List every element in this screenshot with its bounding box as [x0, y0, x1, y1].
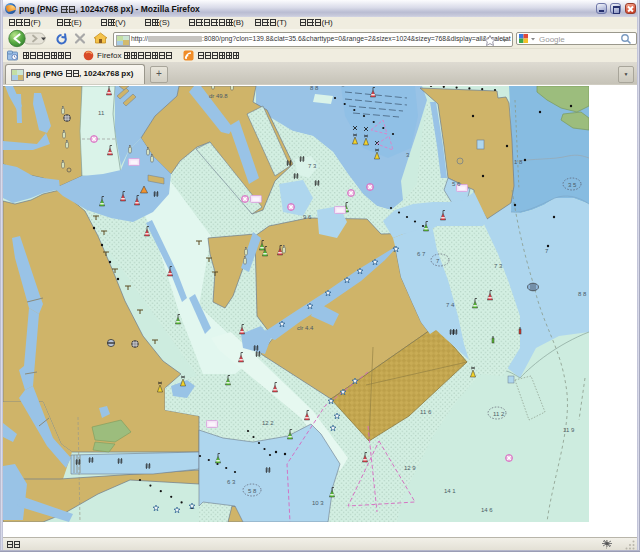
svg-text:7 3: 7 3: [494, 263, 503, 269]
svg-text:11: 11: [98, 110, 105, 116]
svg-text:6 7: 6 7: [417, 251, 426, 257]
svg-text:8 8: 8 8: [578, 291, 587, 297]
svg-text:dr 49.8: dr 49.8: [209, 93, 228, 99]
svg-text:7 4: 7 4: [446, 302, 455, 308]
svg-text:14 6: 14 6: [481, 507, 493, 513]
svg-text:3 5: 3 5: [568, 182, 577, 188]
svg-text:12 2: 12 2: [262, 420, 274, 426]
svg-text:14 1: 14 1: [444, 488, 456, 494]
svg-text:11 6: 11 6: [420, 409, 432, 415]
svg-text:clr 4.4: clr 4.4: [297, 325, 314, 331]
svg-text:1 8: 1 8: [514, 159, 523, 165]
svg-text:6 3: 6 3: [227, 479, 236, 485]
svg-text:10 3: 10 3: [312, 500, 324, 506]
svg-text:7 3: 7 3: [308, 163, 317, 169]
svg-text:11 9: 11 9: [563, 427, 575, 433]
svg-text:12 9: 12 9: [404, 465, 416, 471]
svg-text:9 6: 9 6: [303, 214, 312, 220]
svg-text:11 2: 11 2: [493, 411, 505, 417]
svg-text:5 6: 5 6: [452, 181, 461, 187]
svg-text:5 8: 5 8: [248, 488, 257, 494]
svg-text:Google: Google: [539, 35, 565, 44]
svg-text:8 8: 8 8: [310, 86, 319, 91]
